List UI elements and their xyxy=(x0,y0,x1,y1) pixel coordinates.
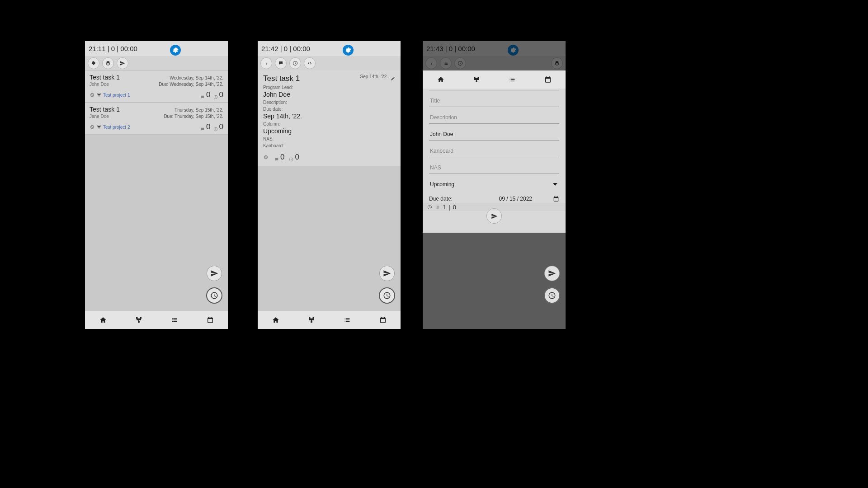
task-date: Thursday, Sep 15th, '22. xyxy=(175,108,223,113)
task-card[interactable]: Test task 1 Thursday, Sep 15th, '22. Jan… xyxy=(85,103,228,121)
column-label: Column: xyxy=(263,122,395,127)
bottom-nav xyxy=(85,311,228,329)
nav-projects[interactable] xyxy=(302,313,321,327)
task-detail: Test task 1 Sep 14th, '22. Program Lead:… xyxy=(258,70,401,166)
calendar-icon[interactable] xyxy=(553,196,559,202)
ban-icon xyxy=(90,125,94,130)
chat-icon xyxy=(200,125,205,129)
task-date: Wednesday, Sep 14th, '22. xyxy=(170,75,223,80)
column-value: Upcoming xyxy=(263,127,395,135)
ban-icon xyxy=(263,155,268,160)
clock-fab[interactable] xyxy=(206,287,222,304)
counter-strip: 1 | 0 xyxy=(423,203,566,211)
nav-list[interactable] xyxy=(503,73,521,86)
clock-icon xyxy=(213,93,218,97)
network-icon xyxy=(96,125,101,130)
lead-label: Program Lead: xyxy=(263,85,395,90)
project-link[interactable]: Test project 1 xyxy=(103,93,130,98)
nav-home[interactable] xyxy=(94,313,112,327)
chat-icon xyxy=(274,155,279,160)
nav-calendar[interactable] xyxy=(539,73,557,86)
screenshot-task-form: 21:43 | 0 | 00:00 Upcoming Due date: 09 … xyxy=(423,41,566,329)
bottom-nav xyxy=(258,311,401,329)
due-date-input[interactable]: 09 / 15 / 2022 xyxy=(499,196,559,202)
desc-label: Description: xyxy=(263,100,395,105)
filter-stack-button[interactable] xyxy=(102,57,114,69)
clock-icon xyxy=(289,155,293,160)
kanboard-input[interactable] xyxy=(429,145,559,157)
task-due: Due: Thursday, Sep 15th, '22. xyxy=(164,114,223,119)
task-card-footer: Test project 1 0 0 xyxy=(85,89,228,103)
comment-count: 0 xyxy=(274,153,284,162)
nav-home[interactable] xyxy=(267,313,285,327)
title-input[interactable] xyxy=(429,95,559,107)
info-button[interactable] xyxy=(260,57,272,69)
compose-fab[interactable] xyxy=(544,266,560,281)
filter-send-button[interactable] xyxy=(117,57,128,69)
code-button[interactable] xyxy=(304,57,316,69)
clock-icon xyxy=(213,125,218,129)
screenshot-task-list: 21:11 | 0 | 00:00 Test task 1 Wednesday,… xyxy=(85,41,228,329)
kanboard-label: Kanboard: xyxy=(263,143,395,148)
chat-icon xyxy=(200,93,205,97)
toolbar xyxy=(85,56,228,70)
task-card[interactable]: Test task 1 Wednesday, Sep 14th, '22. Jo… xyxy=(85,70,228,89)
task-assignee: John Doe xyxy=(90,82,109,87)
compose-fab[interactable] xyxy=(207,266,222,281)
status-bar: 21:42 | 0 | 00:00 xyxy=(258,41,401,56)
network-icon xyxy=(96,93,101,98)
project-link[interactable]: Test project 2 xyxy=(103,125,130,130)
due-label: Due date: xyxy=(429,196,453,202)
comment-count: 0 xyxy=(200,90,210,99)
status-text: 21:42 | 0 | 00:00 xyxy=(261,45,310,52)
task-due: Due: Wednesday, Sep 14th, '22. xyxy=(159,82,223,87)
compose-fab[interactable] xyxy=(379,266,395,281)
clock-icon xyxy=(427,205,432,210)
nav-list[interactable] xyxy=(338,313,356,327)
comment-count: 0 xyxy=(200,122,210,131)
toolbar xyxy=(258,56,401,70)
column-select[interactable]: Upcoming xyxy=(429,178,559,190)
ban-icon xyxy=(90,93,94,98)
assignee-input[interactable] xyxy=(429,128,559,141)
settings-badge[interactable] xyxy=(343,45,354,56)
time-count: 0 xyxy=(213,122,223,131)
clock-button[interactable] xyxy=(289,57,301,69)
bottom-nav xyxy=(423,70,566,89)
task-title: Test task 1 xyxy=(90,74,120,81)
nav-home[interactable] xyxy=(432,73,450,86)
status-bar: 21:11 | 0 | 00:00 xyxy=(85,41,228,56)
time-count: 0 xyxy=(289,153,299,162)
nav-list[interactable] xyxy=(165,313,184,327)
nav-projects[interactable] xyxy=(467,73,486,86)
due-value: Sep 14th, '22. xyxy=(263,113,395,120)
settings-badge[interactable] xyxy=(170,45,181,56)
nav-calendar[interactable] xyxy=(374,313,392,327)
filter-tag-button[interactable] xyxy=(88,57,99,69)
lead-value: John Doe xyxy=(263,91,395,98)
chat-button[interactable] xyxy=(275,57,287,69)
clock-fab[interactable] xyxy=(379,287,395,304)
task-assignee: Jane Doe xyxy=(90,114,109,119)
nas-label: NAS: xyxy=(263,136,395,141)
nav-calendar[interactable] xyxy=(201,313,219,327)
nas-input[interactable] xyxy=(429,162,559,174)
detail-date: Sep 14th, '22. xyxy=(360,74,388,79)
edit-icon[interactable] xyxy=(391,75,395,79)
status-text: 21:11 | 0 | 00:00 xyxy=(89,45,137,52)
list-icon xyxy=(435,205,440,210)
screenshot-task-detail: 21:42 | 0 | 00:00 Test task 1 Sep 14th, … xyxy=(258,41,401,329)
task-card-footer: Test project 2 0 0 xyxy=(85,121,228,135)
due-label: Due date: xyxy=(263,107,395,112)
detail-title: Test task 1 xyxy=(263,74,300,83)
nav-projects[interactable] xyxy=(130,313,148,327)
task-title: Test task 1 xyxy=(90,106,120,113)
time-count: 0 xyxy=(213,90,223,99)
clock-fab[interactable] xyxy=(544,287,560,304)
description-input[interactable] xyxy=(429,112,559,124)
